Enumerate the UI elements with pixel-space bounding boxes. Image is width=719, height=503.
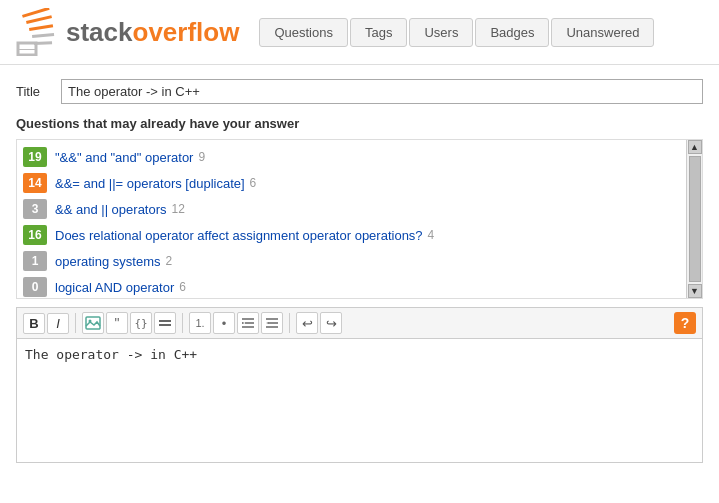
answer-count: 4 [428,228,435,242]
answer-count: 6 [179,280,186,294]
scroll-down-button[interactable]: ▼ [688,284,702,298]
nav-users[interactable]: Users [409,18,473,47]
similar-question-link[interactable]: &&= and ||= operators [duplicate] [55,176,245,191]
nav-tags[interactable]: Tags [350,18,407,47]
scroll-up-button[interactable]: ▲ [688,140,702,154]
logo-bold: overflow [133,17,240,47]
answer-count: 9 [198,150,205,164]
editor-textarea[interactable] [17,339,702,459]
vote-badge: 19 [23,147,47,167]
unordered-list-button[interactable]: • [213,312,235,334]
svg-rect-2 [29,24,53,31]
vote-badge: 16 [23,225,47,245]
nav-unanswered[interactable]: Unanswered [551,18,654,47]
svg-rect-10 [159,324,171,326]
toolbar-separator-1 [75,313,76,333]
toolbar-separator-2 [182,313,183,333]
nav-questions[interactable]: Questions [259,18,348,47]
main-content: Title Questions that may already have yo… [0,65,719,477]
similar-question-link[interactable]: operating systems [55,254,161,269]
help-button[interactable]: ? [674,312,696,334]
answer-count: 12 [172,202,185,216]
title-row: Title [16,79,703,104]
outdent-button[interactable] [261,312,283,334]
similar-list-inner: 19"&&" and "and" operator914&&= and ||= … [17,140,702,299]
list-item: 14&&= and ||= operators [duplicate]6 [17,170,702,196]
vote-badge: 3 [23,199,47,219]
similar-question-link[interactable]: "&&" and "and" operator [55,150,193,165]
vote-badge: 14 [23,173,47,193]
toolbar: B I " {} 1. • [17,308,702,339]
similar-question-link[interactable]: logical AND operator [55,280,174,295]
code-button[interactable]: {} [130,312,152,334]
title-label: Title [16,84,51,99]
bold-button[interactable]: B [23,313,45,334]
editor-area: B I " {} 1. • [16,307,703,463]
similar-questions-heading: Questions that may already have your ans… [16,116,703,131]
image-button[interactable] [82,312,104,334]
logo-icon [12,8,60,56]
similar-question-link[interactable]: Does relational operator affect assignme… [55,228,423,243]
vote-badge: 0 [23,277,47,297]
answer-count: 2 [166,254,173,268]
svg-rect-1 [32,33,54,38]
indent-button[interactable] [237,312,259,334]
nav-badges[interactable]: Badges [475,18,549,47]
ordered-list-button[interactable]: 1. [189,312,211,334]
logo-text: stackoverflow [66,17,239,48]
title-input[interactable] [61,79,703,104]
svg-rect-3 [26,15,52,24]
svg-rect-6 [18,49,36,50]
header: stackoverflow Questions Tags Users Badge… [0,0,719,65]
scroll-thumb[interactable] [689,156,701,282]
answer-count: 6 [250,176,257,190]
toolbar-separator-3 [289,313,290,333]
list-item: 1operating systems2 [17,248,702,274]
list-item: 16Does relational operator affect assign… [17,222,702,248]
blockquote-button[interactable]: " [106,312,128,334]
logo-area: stackoverflow [12,8,239,56]
nav: Questions Tags Users Badges Unanswered [259,18,654,47]
italic-button[interactable]: I [47,313,69,334]
vote-badge: 1 [23,251,47,271]
redo-button[interactable]: ↪ [320,312,342,334]
hr-button[interactable] [154,312,176,334]
svg-rect-4 [22,8,50,18]
similar-question-link[interactable]: && and || operators [55,202,167,217]
list-item: 19"&&" and "and" operator9 [17,144,702,170]
similar-questions-list: 19"&&" and "and" operator914&&= and ||= … [16,139,703,299]
svg-rect-9 [159,320,171,322]
list-item: 0logical AND operator6 [17,274,702,299]
undo-button[interactable]: ↩ [296,312,318,334]
list-item: 3&& and || operators12 [17,196,702,222]
scrollbar[interactable]: ▲ ▼ [686,140,702,298]
